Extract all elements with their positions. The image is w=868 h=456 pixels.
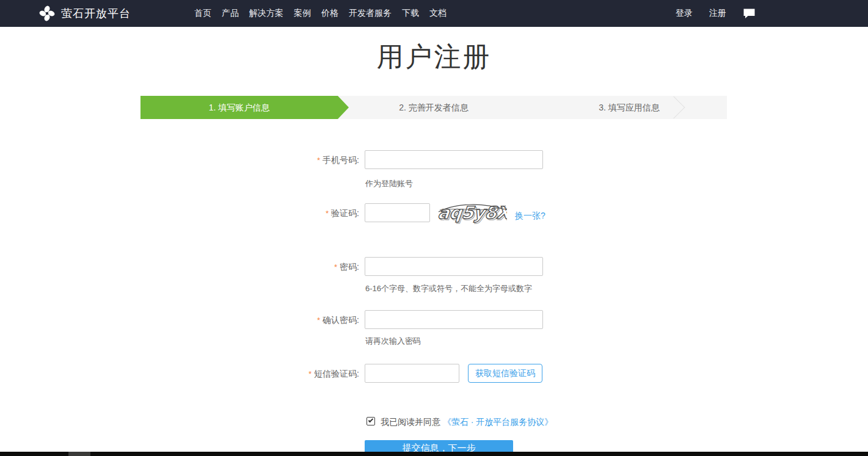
- nav-right: 登录 注册: [676, 0, 756, 27]
- sms-code-input[interactable]: [365, 364, 459, 383]
- svg-text:aq5y8X: aq5y8X: [437, 203, 507, 223]
- password-input[interactable]: [365, 257, 543, 276]
- step-1-fill-account-info: 1. 填写账户信息: [140, 96, 349, 119]
- captcha-input[interactable]: [365, 203, 430, 222]
- taskbar-item-highlight: [68, 452, 90, 456]
- step-indicator: 1. 填写账户信息 2. 完善开发者信息 3. 填写应用信息: [140, 96, 727, 119]
- required-mark: *: [308, 369, 312, 378]
- nav-item-cases[interactable]: 案例: [294, 8, 311, 19]
- confirm-password-label: *确认密码:: [268, 315, 359, 326]
- chat-bubble-icon[interactable]: [743, 8, 756, 19]
- captcha-image[interactable]: aq5y8X aq5y8X: [437, 201, 507, 225]
- nav-item-pricing[interactable]: 价格: [321, 8, 338, 19]
- nav-item-products[interactable]: 产品: [222, 8, 239, 19]
- password-hint: 6-16个字母、数字或符号，不能全为字母或数字: [365, 283, 532, 294]
- check-mark-icon: [368, 418, 373, 422]
- required-mark: *: [334, 262, 337, 272]
- nav-item-download[interactable]: 下载: [402, 8, 419, 19]
- captcha-refresh-link[interactable]: 换一张?: [515, 211, 545, 222]
- main-nav: 首页 产品 解决方案 案例 价格 开发者服务 下载 文档: [194, 0, 447, 27]
- login-link[interactable]: 登录: [676, 8, 693, 19]
- service-agreement-link[interactable]: 《萤石 · 开放平台服务协议》: [443, 417, 553, 427]
- captcha-label: *验证码:: [268, 208, 359, 219]
- phone-label: *手机号码:: [268, 155, 359, 166]
- required-mark: *: [326, 209, 329, 218]
- taskbar-edge: [0, 452, 868, 456]
- required-mark: *: [317, 156, 320, 165]
- password-label: *密码:: [268, 262, 359, 273]
- confirm-password-input[interactable]: [365, 310, 543, 329]
- nav-item-home[interactable]: 首页: [194, 8, 211, 19]
- top-nav-bar: 萤石开放平台 首页 产品 解决方案 案例 价格 开发者服务 下载 文档 登录 注…: [0, 0, 868, 27]
- nav-item-developer-services[interactable]: 开发者服务: [349, 8, 392, 19]
- register-link[interactable]: 注册: [709, 8, 726, 19]
- phone-input[interactable]: [365, 150, 543, 169]
- step-3-application-info: 3. 填写应用信息: [531, 96, 727, 119]
- brand-name: 萤石开放平台: [61, 6, 131, 21]
- required-mark: *: [317, 316, 320, 325]
- nav-item-docs[interactable]: 文档: [429, 8, 447, 19]
- page-title: 用户注册: [0, 39, 868, 75]
- agreement-text: 我已阅读并同意 《萤石 · 开放平台服务协议》: [381, 417, 553, 428]
- nav-item-solutions[interactable]: 解决方案: [249, 8, 283, 19]
- registration-page: 萤石开放平台 首页 产品 解决方案 案例 价格 开发者服务 下载 文档 登录 注…: [0, 0, 868, 456]
- agreement-checkbox[interactable]: [367, 417, 375, 425]
- get-sms-code-button[interactable]: 获取短信验证码: [468, 364, 542, 383]
- step-2-developer-info: 2. 完善开发者信息: [336, 96, 531, 119]
- sms-code-label: *短信验证码:: [268, 369, 359, 380]
- brand[interactable]: 萤石开放平台: [39, 0, 131, 27]
- brand-logo-icon: [39, 5, 55, 21]
- confirm-password-hint: 请再次输入密码: [365, 336, 421, 347]
- phone-hint: 作为登陆账号: [365, 178, 413, 189]
